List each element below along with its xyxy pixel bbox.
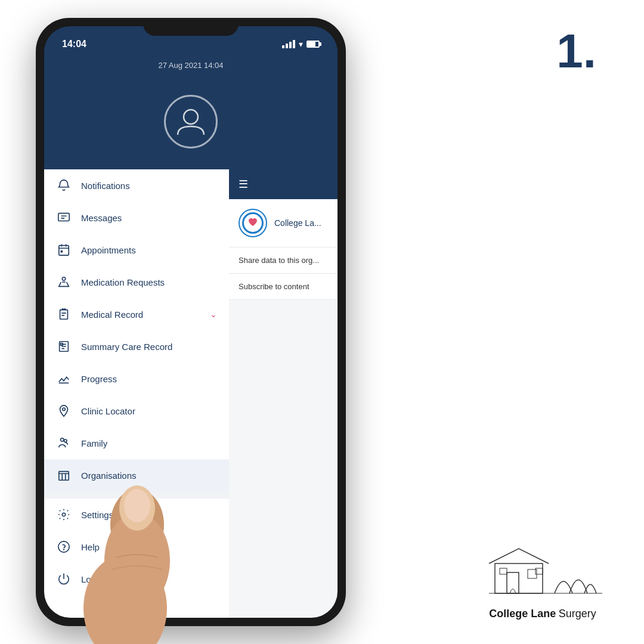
sidebar-item-appointments[interactable]: Appointments <box>44 234 229 266</box>
surgery-name: College Lane Surgery <box>477 608 608 620</box>
calendar-icon <box>56 242 72 258</box>
finger-svg <box>72 465 203 644</box>
surgery-logo-area: College Lane Surgery <box>477 534 608 620</box>
svg-rect-1 <box>58 213 69 221</box>
avatar <box>164 95 218 148</box>
svg-point-0 <box>184 110 198 124</box>
svg-point-12 <box>64 549 64 550</box>
bell-icon <box>56 178 72 193</box>
svg-rect-5 <box>61 343 63 346</box>
sidebar-item-progress[interactable]: Progress <box>44 363 229 395</box>
svg-rect-9 <box>59 472 69 481</box>
svg-point-6 <box>63 408 66 411</box>
svg-point-11 <box>58 541 69 552</box>
medical-record-label: Medical Record <box>81 309 200 320</box>
status-icons: ▾ <box>282 39 320 49</box>
clinic-locator-label: Clinic Locator <box>81 406 217 416</box>
sidebar-item-family[interactable]: Family <box>44 427 229 459</box>
help-icon <box>56 539 72 555</box>
org-card[interactable]: College La... <box>229 199 338 247</box>
clipboard-icon <box>56 306 72 322</box>
finger-overlay <box>72 465 203 644</box>
step-number: 1. <box>556 24 596 79</box>
notifications-label: Notifications <box>81 181 217 191</box>
right-topbar: ☰ <box>229 169 338 199</box>
svg-rect-2 <box>59 246 69 256</box>
user-icon <box>173 104 209 140</box>
gear-icon <box>56 507 72 522</box>
status-bar: 14:04 ▾ <box>44 32 338 56</box>
chevron-down-icon: ⌄ <box>210 309 217 319</box>
pin-icon <box>56 403 72 419</box>
power-icon <box>56 571 72 587</box>
svg-point-8 <box>64 439 67 442</box>
date-bar: 27 Aug 2021 14:04 <box>44 56 338 74</box>
hamburger-icon[interactable]: ☰ <box>239 178 248 191</box>
sidebar-item-messages[interactable]: Messages <box>44 202 229 234</box>
doc-icon <box>56 339 72 354</box>
sidebar-item-medical-record[interactable]: Medical Record ⌄ <box>44 298 229 330</box>
svg-point-7 <box>61 438 64 442</box>
share-data-section[interactable]: Share data to this org... <box>229 247 338 274</box>
svg-rect-3 <box>60 310 68 320</box>
battery-icon <box>306 41 320 48</box>
status-time: 14:04 <box>62 39 86 49</box>
building-icon <box>56 467 72 483</box>
profile-header <box>44 74 338 169</box>
family-label: Family <box>81 438 217 448</box>
sidebar-item-clinic-locator[interactable]: Clinic Locator <box>44 395 229 427</box>
svg-rect-19 <box>507 572 519 593</box>
sidebar-item-medication[interactable]: Medication Requests <box>44 266 229 298</box>
signal-bars-icon <box>282 40 295 48</box>
org-logo <box>239 209 267 237</box>
sidebar-item-summary-care[interactable]: Summary Care Record <box>44 330 229 363</box>
summary-care-label: Summary Care Record <box>81 342 217 352</box>
app-logo-circle <box>242 212 264 234</box>
wifi-icon: ▾ <box>299 39 303 49</box>
messages-label: Messages <box>81 213 217 223</box>
medication-icon <box>56 274 72 290</box>
subscribe-section[interactable]: Subscribe to content <box>229 274 338 300</box>
org-name: College La... <box>274 218 321 228</box>
right-panel: ☰ College La... Share data to this org..… <box>229 169 338 618</box>
progress-label: Progress <box>81 374 217 384</box>
phone-notch <box>143 18 239 36</box>
message-icon <box>56 210 72 225</box>
appointments-label: Appointments <box>81 245 217 255</box>
svg-point-10 <box>62 513 66 516</box>
family-icon <box>56 435 72 451</box>
chart-icon <box>56 371 72 386</box>
svg-rect-22 <box>500 568 507 574</box>
heart-icon <box>247 217 259 229</box>
medication-label: Medication Requests <box>81 277 217 287</box>
surgery-sketch-icon <box>477 534 608 605</box>
sidebar-item-notifications[interactable]: Notifications <box>44 169 229 202</box>
svg-point-17 <box>124 489 150 522</box>
